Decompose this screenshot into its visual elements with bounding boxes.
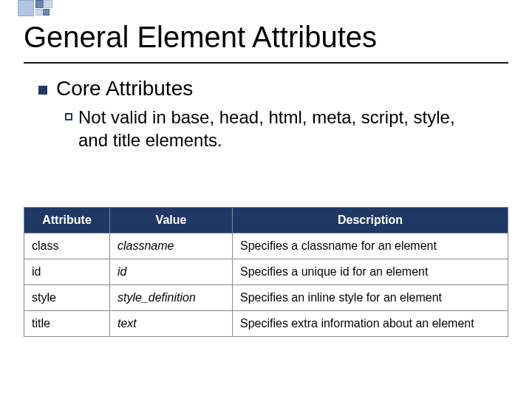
section-heading: Core Attributes [56,77,193,100]
table-row: class classname Specifies a classname fo… [24,233,508,259]
cell-value: classname [110,233,233,259]
corner-decoration [18,0,52,16]
title-rule [24,62,508,64]
cell-description: Specifies a classname for an element [233,233,508,259]
cell-value: style_definition [110,285,233,311]
slide-title: General Element Attributes [24,21,377,54]
table-row: id id Specifies a unique id for an eleme… [24,259,508,285]
slide: General Element Attributes Core Attribut… [0,0,532,399]
slide-body: Core Attributes Not valid in base, head,… [38,77,505,151]
section-note: Not valid in base, head, html, meta, scr… [78,106,479,151]
cell-description: Specifies extra information about an ele… [233,311,508,337]
cell-attribute: class [24,233,110,259]
cell-attribute: style [24,285,110,311]
cell-value: text [110,311,233,337]
cell-attribute: id [24,259,110,285]
square-bullet-icon [38,86,47,95]
cell-value: id [110,259,233,285]
attributes-table: Attribute Value Description class classn… [24,207,508,337]
hollow-square-bullet-icon [65,113,72,120]
cell-attribute: title [24,311,110,337]
attributes-table-wrap: Attribute Value Description class classn… [24,207,508,337]
cell-description: Specifies a unique id for an element [233,259,508,285]
col-header-value: Value [110,208,233,233]
table-header-row: Attribute Value Description [24,208,508,233]
table-row: style style_definition Specifies an inli… [24,285,508,311]
col-header-attribute: Attribute [24,208,110,233]
cell-description: Specifies an inline style for an element [233,285,508,311]
bullet-level-1: Core Attributes [38,77,505,100]
col-header-description: Description [233,208,508,233]
bullet-level-2: Not valid in base, head, html, meta, scr… [65,106,479,151]
table-row: title text Specifies extra information a… [24,311,508,337]
